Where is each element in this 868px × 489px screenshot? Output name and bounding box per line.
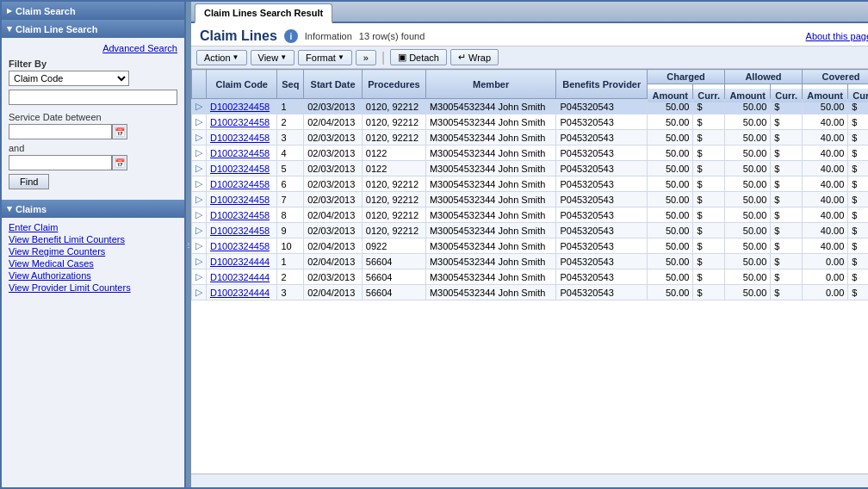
filter-input[interactable]	[9, 90, 177, 105]
procedures-cell: 0120, 92212	[362, 192, 425, 207]
claim-lines-search-result-tab[interactable]: Claim Lines Search Result	[195, 3, 332, 23]
view-button[interactable]: View ▼	[251, 50, 295, 65]
claim-line-search-section[interactable]: ▾ Claim Line Search	[2, 20, 184, 38]
table-row: ▷D1002324458602/03/20130120, 92212M30054…	[192, 176, 869, 192]
about-page-link[interactable]: About this page	[806, 31, 868, 41]
advanced-search-link[interactable]: Advanced Search	[9, 41, 177, 55]
procedures-cell: 56604	[362, 269, 425, 285]
bottom-scrollbar[interactable]	[191, 474, 868, 487]
expand-cell[interactable]: ▷	[192, 223, 207, 238]
find-button[interactable]: Find	[9, 174, 49, 189]
expand-cell[interactable]: ▷	[192, 145, 207, 161]
claim-code-cell[interactable]: D1002324444	[207, 254, 277, 269]
allowed-curr-cell: $	[771, 223, 803, 238]
claim-code-cell[interactable]: D1002324458	[207, 223, 277, 238]
th-allowed-curr[interactable]: Curr.	[771, 88, 803, 102]
allowed-amount-cell: 50.00	[725, 207, 771, 223]
claim-code-cell[interactable]: D1002324458	[207, 130, 277, 145]
expand-cell[interactable]: ▷	[192, 115, 207, 130]
expand-cell[interactable]: ▷	[192, 99, 207, 115]
th-covered-amount[interactable]: Amount	[802, 88, 847, 102]
charged-curr-cell: $	[693, 161, 725, 176]
format-button[interactable]: Format ▼	[298, 50, 352, 65]
service-date-to-row: 📅	[9, 155, 177, 170]
claim-code-cell[interactable]: D1002324458	[207, 238, 277, 254]
expand-cell[interactable]: ▷	[192, 192, 207, 207]
view-benefit-limit-counters-link[interactable]: View Benefit Limit Counters	[9, 233, 177, 245]
claim-code-cell[interactable]: D1002324458	[207, 176, 277, 192]
charged-curr-cell: $	[693, 238, 725, 254]
claim-code-cell[interactable]: D1002324458	[207, 145, 277, 161]
expand-cell[interactable]: ▷	[192, 238, 207, 254]
calendar-from-icon[interactable]: 📅	[112, 124, 127, 139]
expand-cell[interactable]: ▷	[192, 285, 207, 300]
claim-code-cell[interactable]: D1002324458	[207, 192, 277, 207]
th-covered-curr[interactable]: Curr.	[848, 88, 868, 102]
claim-code-cell[interactable]: D1002324444	[207, 269, 277, 285]
claim-code-cell[interactable]: D1002324458	[207, 115, 277, 130]
table-row: ▷D1002324458702/03/20130120, 92212M30054…	[192, 192, 869, 207]
view-medical-cases-link[interactable]: View Medical Cases	[9, 257, 177, 269]
expand-cell[interactable]: ▷	[192, 130, 207, 145]
detach-button[interactable]: ▣ Detach	[390, 49, 447, 65]
view-authorizations-link[interactable]: View Authorizations	[9, 269, 177, 282]
th-benefits-provider[interactable]: Benefits Provider	[556, 70, 648, 99]
service-date-from-input[interactable]	[9, 124, 112, 139]
filter-select[interactable]: Claim Code	[9, 71, 129, 86]
th-allowed-amount[interactable]: Amount	[725, 88, 771, 102]
service-date-to-input[interactable]	[9, 155, 112, 170]
toolbar: Action ▼ View ▼ Format ▼ » | ▣ Detach ↵ …	[191, 46, 868, 69]
th-start-date[interactable]: Start Date	[304, 70, 363, 99]
member-cell: M30054532344 John Smith	[425, 223, 556, 238]
start-date-cell: 02/04/2013	[304, 115, 363, 130]
benefits-provider-cell: P045320543	[556, 99, 648, 115]
table-container[interactable]: Claim Code Seq Start Date Procedures Mem…	[191, 69, 868, 474]
th-seq[interactable]: Seq	[277, 70, 304, 99]
procedures-cell: 0120, 92212	[362, 223, 425, 238]
view-regime-counters-link[interactable]: View Regime Counters	[9, 245, 177, 257]
th-charged-amount[interactable]: Amount	[648, 88, 693, 102]
start-date-cell: 02/03/2013	[304, 161, 363, 176]
view-provider-limit-counters-link[interactable]: View Provider Limit Counters	[9, 282, 177, 294]
table-row: ▷D1002324458902/03/20130120, 92212M30054…	[192, 223, 869, 238]
calendar-to-icon[interactable]: 📅	[112, 155, 127, 170]
start-date-cell: 02/03/2013	[304, 176, 363, 192]
covered-curr-cell: $	[848, 145, 868, 161]
expand-cell[interactable]: ▷	[192, 176, 207, 192]
action-button[interactable]: Action ▼	[196, 50, 247, 65]
wrap-button[interactable]: ↵ Wrap	[450, 49, 499, 65]
member-cell: M30054532344 John Smith	[425, 207, 556, 223]
procedures-cell: 56604	[362, 285, 425, 300]
claim-search-chevron: ▸	[7, 5, 12, 16]
allowed-amount-cell: 50.00	[725, 192, 771, 207]
th-procedures[interactable]: Procedures	[362, 70, 425, 99]
tab-bar: Claim Lines Search Result	[191, 2, 868, 23]
expand-cell[interactable]: ▷	[192, 254, 207, 269]
table-row: ▷D1002324458502/03/20130122M30054532344 …	[192, 161, 869, 176]
covered-curr-cell: $	[848, 254, 868, 269]
member-cell: M30054532344 John Smith	[425, 161, 556, 176]
seq-cell: 5	[277, 161, 304, 176]
info-icon[interactable]: i	[284, 29, 298, 43]
claims-section-header[interactable]: ▾ Claims	[2, 200, 184, 218]
claims-links: Enter Claim View Benefit Limit Counters …	[2, 218, 184, 297]
expand-cell[interactable]: ▷	[192, 269, 207, 285]
th-member[interactable]: Member	[425, 70, 556, 99]
table-row: ▷D10023244581002/04/20130922M30054532344…	[192, 238, 869, 254]
claim-code-cell[interactable]: D1002324458	[207, 99, 277, 115]
claim-line-search-label: Claim Line Search	[16, 24, 97, 34]
claim-code-cell[interactable]: D1002324444	[207, 285, 277, 300]
claim-code-cell[interactable]: D1002324458	[207, 161, 277, 176]
member-cell: M30054532344 John Smith	[425, 254, 556, 269]
claim-search-section[interactable]: ▸ Claim Search	[2, 2, 184, 20]
expand-cell[interactable]: ▷	[192, 207, 207, 223]
claim-code-cell[interactable]: D1002324458	[207, 207, 277, 223]
charged-amount-cell: 50.00	[648, 207, 693, 223]
more-button[interactable]: »	[356, 50, 376, 65]
th-claim-code[interactable]: Claim Code	[207, 70, 277, 99]
enter-claim-link[interactable]: Enter Claim	[9, 221, 177, 233]
seq-cell: 1	[277, 99, 304, 115]
th-charged-curr[interactable]: Curr.	[693, 88, 725, 102]
expand-cell[interactable]: ▷	[192, 161, 207, 176]
service-date-from-row: 📅	[9, 124, 177, 139]
